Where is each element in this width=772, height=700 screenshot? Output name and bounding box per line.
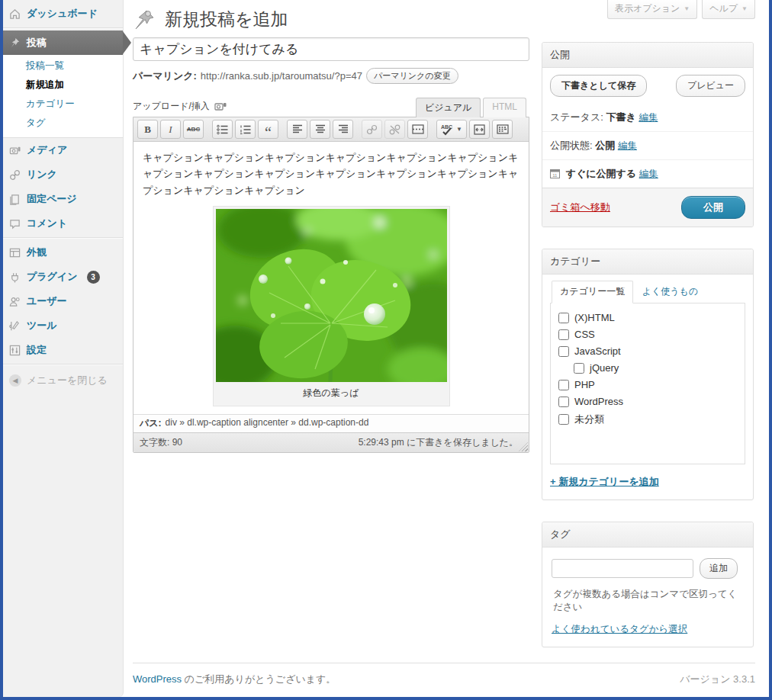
align-right-icon[interactable]: [333, 120, 353, 139]
plugins-icon: [9, 271, 21, 283]
appearance-icon: [9, 247, 21, 258]
plugins-update-badge: 3: [87, 271, 100, 284]
sidebar-item-pages[interactable]: 固定ページ: [3, 187, 123, 211]
screen-options-button[interactable]: 表示オプション ▼: [607, 0, 697, 19]
more-tag-icon[interactable]: [407, 120, 428, 139]
sidebar-item-label: メディア: [27, 143, 67, 157]
pages-icon: [9, 194, 21, 205]
fullscreen-icon[interactable]: [469, 120, 490, 139]
kitchen-sink-icon[interactable]: [492, 120, 513, 139]
align-left-icon[interactable]: [287, 120, 307, 139]
publish-button[interactable]: 公開: [681, 196, 745, 219]
editor-resize-handle[interactable]: [519, 442, 528, 451]
edit-visibility-link[interactable]: 編集: [618, 140, 637, 151]
sidebar-item-plugins[interactable]: プラグイン 3: [3, 265, 123, 289]
sidebar-item-label: 設定: [27, 343, 47, 357]
category-item[interactable]: JavaScript: [558, 345, 737, 357]
category-checkbox[interactable]: [558, 397, 569, 407]
sidebar-item-tools[interactable]: ツール: [3, 313, 123, 338]
change-permalink-button[interactable]: パーマリンクの変更: [366, 68, 458, 84]
tags-box-title[interactable]: タグ: [542, 522, 753, 547]
sidebar-item-settings[interactable]: 設定: [3, 338, 123, 362]
choose-from-most-used-link[interactable]: よく使われているタグから選択: [552, 623, 687, 636]
wordcount-label: 文字数:: [140, 437, 169, 448]
help-label: ヘルプ: [709, 2, 738, 15]
status-value: 下書き: [606, 111, 635, 123]
strikethrough-button[interactable]: ABC: [183, 120, 204, 139]
tags-help-text: タグが複数ある場合はコンマで区切ってください: [552, 588, 744, 614]
main-area: 表示オプション ▼ ヘルプ ▼ 新規投稿を追加: [124, 0, 769, 697]
publish-box: 公開 下書きとして保存 プレビュー ステータス: 下書き 編集 公開状態: 公開…: [542, 42, 754, 227]
sidebar-item-label: プラグイン: [27, 270, 78, 284]
tab-html[interactable]: HTML: [483, 98, 526, 117]
category-item[interactable]: (X)HTML: [558, 312, 737, 323]
permalink-url: http://ranka.sub.jp/taroumatsu/?p=47: [201, 70, 362, 82]
media-icon: [9, 145, 21, 156]
sidebar-item-comments[interactable]: コメント: [3, 211, 123, 236]
sidebar-item-all-posts[interactable]: 投稿一覧: [3, 56, 123, 75]
edit-schedule-link[interactable]: 編集: [639, 169, 658, 179]
add-media-icon[interactable]: [214, 101, 227, 112]
collapse-arrow-icon: ◀: [9, 374, 21, 387]
new-tag-input[interactable]: [552, 559, 693, 578]
image-caption-block[interactable]: 緑色の葉っぱ: [213, 206, 450, 406]
sidebar-item-users[interactable]: ユーザー: [3, 289, 123, 313]
permalink-label: パーマリンク:: [133, 69, 197, 83]
tab-visual[interactable]: ビジュアル: [416, 98, 481, 117]
link-icon[interactable]: [362, 120, 382, 139]
publish-box-title[interactable]: 公開: [542, 43, 753, 68]
category-item[interactable]: jQuery: [574, 362, 737, 374]
wordpress-link[interactable]: WordPress: [133, 673, 182, 685]
help-button[interactable]: ヘルプ ▼: [702, 0, 755, 19]
category-label: 未分類: [574, 413, 604, 426]
preview-button[interactable]: プレビュー: [676, 75, 745, 97]
sidebar-item-media[interactable]: メディア: [3, 138, 123, 162]
move-to-trash-link[interactable]: ゴミ箱へ移動: [550, 201, 610, 214]
upload-insert-label: アップロード/挿入: [133, 100, 210, 113]
category-checkbox[interactable]: [558, 414, 569, 425]
add-tag-button[interactable]: 追加: [700, 558, 738, 579]
path-label: パス:: [140, 417, 162, 430]
collapse-menu-button[interactable]: ◀ メニューを閉じる: [3, 367, 123, 394]
category-checkbox[interactable]: [558, 380, 569, 390]
category-item[interactable]: WordPress: [558, 396, 737, 407]
align-center-icon[interactable]: [310, 120, 330, 139]
category-checkbox[interactable]: [558, 329, 569, 340]
category-checkbox[interactable]: [558, 313, 569, 323]
category-item[interactable]: PHP: [558, 379, 737, 390]
sidebar-item-label: ユーザー: [27, 294, 67, 308]
categories-box-title[interactable]: カテゴリー: [542, 249, 753, 275]
tab-most-used[interactable]: よく使うもの: [636, 281, 704, 302]
spellcheck-button[interactable]: ABC ▼: [436, 120, 467, 139]
bullet-list-icon[interactable]: [212, 120, 233, 139]
pushpin-icon: [9, 37, 21, 49]
sidebar-item-label: 外観: [27, 246, 47, 259]
sidebar-item-posts[interactable]: 投稿: [3, 31, 123, 55]
sidebar-item-links[interactable]: リンク: [3, 162, 123, 187]
post-body-text: キャプションキャプションキャプションキャプションキャプションキャプションキャプシ…: [143, 149, 519, 198]
blockquote-icon[interactable]: “: [258, 120, 278, 139]
bold-button[interactable]: B: [137, 120, 158, 139]
category-item[interactable]: 未分類: [558, 413, 737, 426]
category-checkbox[interactable]: [574, 363, 584, 374]
tab-all-categories[interactable]: カテゴリー一覧: [552, 281, 633, 303]
numbered-list-icon[interactable]: [235, 120, 256, 139]
path-value[interactable]: div » dl.wp-caption aligncenter » dd.wp-…: [166, 417, 369, 430]
sidebar-item-label: コメント: [27, 217, 67, 230]
sidebar-item-categories[interactable]: カテゴリー: [3, 95, 123, 114]
sidebar-item-add-new[interactable]: 新規追加: [3, 75, 123, 95]
category-checkbox[interactable]: [558, 346, 569, 357]
sidebar-item-appearance[interactable]: 外観: [3, 240, 123, 265]
post-title-input[interactable]: [133, 37, 529, 61]
unlink-icon[interactable]: [384, 120, 405, 139]
italic-button[interactable]: I: [160, 120, 181, 139]
edit-status-link[interactable]: 編集: [639, 112, 658, 123]
add-new-category-link[interactable]: + 新規カテゴリーを追加: [550, 475, 659, 489]
category-label: jQuery: [590, 362, 619, 374]
sidebar-item-tags[interactable]: タグ: [3, 114, 123, 133]
category-checklist[interactable]: (X)HTML CSS JavaScript: [550, 303, 745, 464]
save-draft-button[interactable]: 下書きとして保存: [550, 75, 647, 97]
sidebar-item-dashboard[interactable]: ダッシュボード: [3, 2, 123, 26]
category-item[interactable]: CSS: [558, 329, 737, 340]
post-content-editor[interactable]: キャプションキャプションキャプションキャプションキャプションキャプションキャプシ…: [133, 142, 529, 414]
